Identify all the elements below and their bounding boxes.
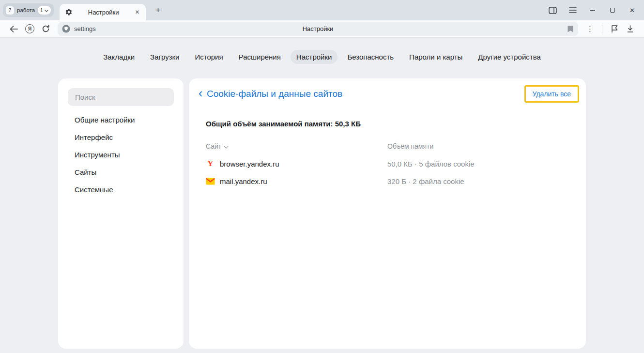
column-header-site[interactable]: Сайт — [206, 142, 387, 150]
table-row[interactable]: Y browser.yandex.ru 50,0 КБ · 5 файлов c… — [206, 155, 569, 172]
yandex-home-button[interactable]: Я — [24, 23, 35, 34]
site-size: 320 Б · 2 файла cookie — [387, 177, 569, 185]
yandex-logo-icon: Я — [25, 24, 34, 33]
sort-chevron-icon — [224, 142, 229, 150]
settings-sidebar: Общие настройки Интерфейс Инструменты Са… — [58, 78, 184, 349]
more-menu-icon[interactable]: ⋮ — [584, 23, 596, 34]
nav-item-security[interactable]: Безопасность — [341, 50, 399, 64]
tab-close-icon[interactable]: ✕ — [134, 9, 141, 15]
protect-shield-icon[interactable] — [62, 25, 70, 33]
tab-group-number-badge: 7 — [6, 6, 14, 15]
tab-title: Настройки — [73, 9, 134, 16]
minimize-button[interactable] — [588, 6, 597, 15]
total-memory-text: Общий объём занимаемой памяти: 50,3 КБ — [206, 120, 569, 128]
url-text: settings — [74, 25, 96, 32]
sidebar-item-system[interactable]: Системные — [68, 181, 174, 198]
chevron-down-icon — [45, 8, 48, 13]
window-close-button[interactable]: ✕ — [628, 6, 636, 15]
settings-page: Закладки Загрузки История Расширения Нас… — [0, 38, 644, 353]
page-title-centered: Настройки — [58, 25, 578, 32]
nav-item-history[interactable]: История — [189, 50, 229, 64]
bookmark-icon[interactable] — [567, 25, 574, 33]
menu-icon[interactable] — [568, 6, 577, 15]
panel-header: ‹ Cookie-файлы и данные сайтов Удалить в… — [189, 78, 586, 102]
site-cell: mail.yandex.ru — [206, 177, 387, 185]
column-header-size: Объём памяти — [387, 142, 569, 150]
tab-group-count-badge[interactable]: 1 — [38, 6, 51, 15]
yandex-mail-icon — [206, 178, 215, 185]
sidebar-item-general[interactable]: Общие настройки — [68, 111, 174, 128]
sites-list: Y browser.yandex.ru 50,0 КБ · 5 файлов c… — [206, 155, 569, 190]
downloads-icon[interactable] — [625, 23, 636, 34]
delete-all-button[interactable]: Удалить все — [524, 85, 579, 103]
table-header: Сайт Объём памяти — [206, 142, 569, 150]
cards-row: Общие настройки Интерфейс Инструменты Са… — [58, 78, 586, 349]
back-button[interactable] — [8, 23, 19, 34]
sidebar-list: Общие настройки Интерфейс Инструменты Са… — [68, 111, 174, 198]
panel-title: Cookie-файлы и данные сайтов — [207, 89, 342, 99]
settings-nav: Закладки Загрузки История Расширения Нас… — [0, 38, 644, 64]
nav-item-devices[interactable]: Другие устройства — [472, 50, 546, 64]
nav-item-settings[interactable]: Настройки — [291, 50, 338, 64]
maximize-button[interactable] — [608, 6, 616, 15]
gear-icon — [64, 8, 73, 16]
refresh-button[interactable] — [40, 23, 51, 34]
table-row[interactable]: mail.yandex.ru 320 Б · 2 файла cookie — [206, 172, 569, 190]
site-name: browser.yandex.ru — [220, 160, 279, 168]
tab-strip: 7 работа 1 Настройки ✕ + ✕ — [0, 0, 644, 20]
sidebar-item-interface[interactable]: Интерфейс — [68, 128, 174, 146]
toolbar: Я settings Настройки ⋮ — [0, 20, 644, 38]
tab-group-pill[interactable]: 7 работа 1 — [3, 3, 54, 17]
new-tab-button[interactable]: + — [153, 5, 164, 15]
toolbar-divider — [602, 25, 602, 33]
sidebar-item-sites[interactable]: Сайты — [68, 163, 174, 181]
cookies-panel: ‹ Cookie-файлы и данные сайтов Удалить в… — [189, 78, 586, 349]
site-cell: Y browser.yandex.ru — [206, 159, 387, 169]
nav-item-downloads[interactable]: Загрузки — [144, 50, 185, 64]
nav-item-passwords[interactable]: Пароли и карты — [403, 50, 468, 64]
browser-window: 7 работа 1 Настройки ✕ + ✕ — [0, 0, 644, 353]
tab-group-label: работа — [17, 7, 35, 13]
search-input[interactable] — [68, 88, 174, 106]
sidebar-item-tools[interactable]: Инструменты — [68, 146, 174, 163]
nav-item-extensions[interactable]: Расширения — [233, 50, 287, 64]
back-chevron-icon[interactable]: ‹ — [196, 87, 205, 99]
tab-settings[interactable]: Настройки ✕ — [60, 4, 146, 20]
window-buttons: ✕ — [549, 6, 636, 15]
nav-item-bookmarks[interactable]: Закладки — [97, 50, 140, 64]
yandex-browser-icon: Y — [206, 159, 215, 169]
side-panel-icon[interactable] — [549, 6, 557, 15]
site-size: 50,0 КБ · 5 файлов cookie — [387, 160, 569, 168]
site-name: mail.yandex.ru — [220, 177, 267, 185]
tab-group-count: 1 — [40, 8, 43, 13]
address-bar[interactable]: settings Настройки — [58, 22, 578, 36]
panel-body: Общий объём занимаемой памяти: 50,3 КБ С… — [189, 120, 586, 190]
column-header-site-label: Сайт — [206, 142, 221, 150]
collections-flag-icon[interactable] — [609, 23, 620, 34]
